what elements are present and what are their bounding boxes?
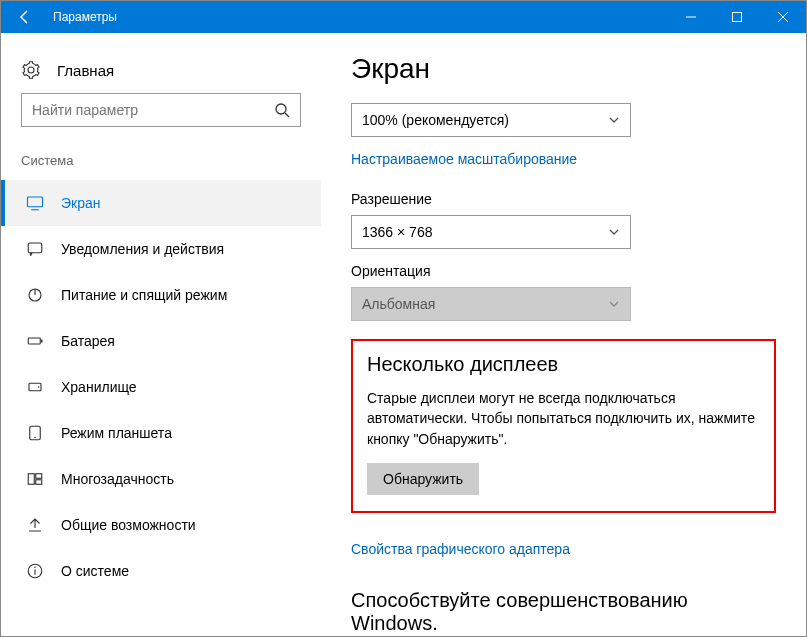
svg-point-16	[34, 437, 36, 439]
nav-item-about[interactable]: О системе	[1, 548, 321, 594]
nav-label: Уведомления и действия	[61, 241, 224, 257]
main-panel: Экран 100% (рекомендуется) Настраиваемое…	[321, 33, 806, 636]
multitask-icon	[25, 470, 45, 488]
back-button[interactable]	[1, 1, 49, 33]
nav-label: Питание и спящий режим	[61, 287, 227, 303]
svg-rect-18	[36, 474, 42, 479]
svg-rect-17	[28, 474, 34, 485]
nav-item-power[interactable]: Питание и спящий режим	[1, 272, 321, 318]
gear-icon	[21, 61, 41, 79]
adapter-properties-link[interactable]: Свойства графического адаптера	[351, 541, 570, 557]
home-label: Главная	[57, 62, 114, 79]
nav-label: Экран	[61, 195, 101, 211]
nav-label: Хранилище	[61, 379, 137, 395]
resolution-dropdown[interactable]: 1366 × 768	[351, 215, 631, 249]
maximize-button[interactable]	[714, 1, 760, 33]
orientation-value: Альбомная	[362, 296, 435, 312]
svg-rect-8	[28, 243, 42, 253]
info-icon	[25, 562, 45, 580]
storage-icon	[25, 378, 45, 396]
svg-rect-6	[28, 197, 43, 207]
nav-label: Батарея	[61, 333, 115, 349]
window-controls	[668, 1, 806, 33]
multi-displays-heading: Несколько дисплеев	[367, 353, 760, 376]
chevron-down-icon	[608, 298, 620, 310]
svg-rect-19	[36, 480, 42, 485]
nav-item-tablet[interactable]: Режим планшета	[1, 410, 321, 456]
nav-list: Экран Уведомления и действия Питание и с…	[1, 180, 321, 594]
resolution-value: 1366 × 768	[362, 224, 432, 240]
svg-rect-1	[733, 13, 742, 22]
nav-item-battery[interactable]: Батарея	[1, 318, 321, 364]
power-icon	[25, 286, 45, 304]
nav-item-display[interactable]: Экран	[1, 180, 321, 226]
nav-label: Режим планшета	[61, 425, 172, 441]
close-button[interactable]	[760, 1, 806, 33]
nav-item-notifications[interactable]: Уведомления и действия	[1, 226, 321, 272]
page-title: Экран	[351, 53, 776, 85]
multiple-displays-section: Несколько дисплеев Старые дисплеи могут …	[351, 339, 776, 513]
section-label: Система	[1, 147, 321, 180]
window-title: Параметры	[49, 10, 668, 24]
tablet-icon	[25, 424, 45, 442]
search-input[interactable]	[21, 93, 301, 127]
nav-item-storage[interactable]: Хранилище	[1, 364, 321, 410]
orientation-dropdown: Альбомная	[351, 287, 631, 321]
detect-button[interactable]: Обнаружить	[367, 463, 479, 495]
sidebar: Главная Система Экран Уведомления и дейс…	[1, 33, 321, 636]
battery-icon	[25, 332, 45, 350]
svg-point-14	[38, 386, 40, 388]
chat-icon	[25, 240, 45, 258]
resolution-label: Разрешение	[351, 191, 776, 207]
nav-label: Общие возможности	[61, 517, 196, 533]
nav-item-multitasking[interactable]: Многозадачность	[1, 456, 321, 502]
multi-displays-desc: Старые дисплеи могут не всегда подключат…	[367, 388, 760, 449]
search-field[interactable]	[32, 102, 274, 118]
chevron-down-icon	[608, 114, 620, 126]
feedback-heading: Способствуйте совершенствованию Windows.	[351, 589, 776, 635]
scale-dropdown[interactable]: 100% (рекомендуется)	[351, 103, 631, 137]
home-button[interactable]: Главная	[1, 53, 321, 93]
search-icon	[274, 102, 290, 118]
svg-rect-12	[41, 340, 43, 343]
scale-value: 100% (рекомендуется)	[362, 112, 509, 128]
svg-point-4	[276, 104, 286, 114]
nav-label: О системе	[61, 563, 129, 579]
minimize-button[interactable]	[668, 1, 714, 33]
titlebar: Параметры	[1, 1, 806, 33]
svg-line-5	[285, 113, 289, 117]
orientation-label: Ориентация	[351, 263, 776, 279]
svg-point-22	[34, 567, 36, 569]
custom-scaling-link[interactable]: Настраиваемое масштабирование	[351, 151, 577, 167]
svg-rect-11	[28, 338, 40, 344]
nav-label: Многозадачность	[61, 471, 174, 487]
display-icon	[25, 194, 45, 212]
chevron-down-icon	[608, 226, 620, 238]
nav-item-shared[interactable]: Общие возможности	[1, 502, 321, 548]
share-icon	[25, 516, 45, 534]
